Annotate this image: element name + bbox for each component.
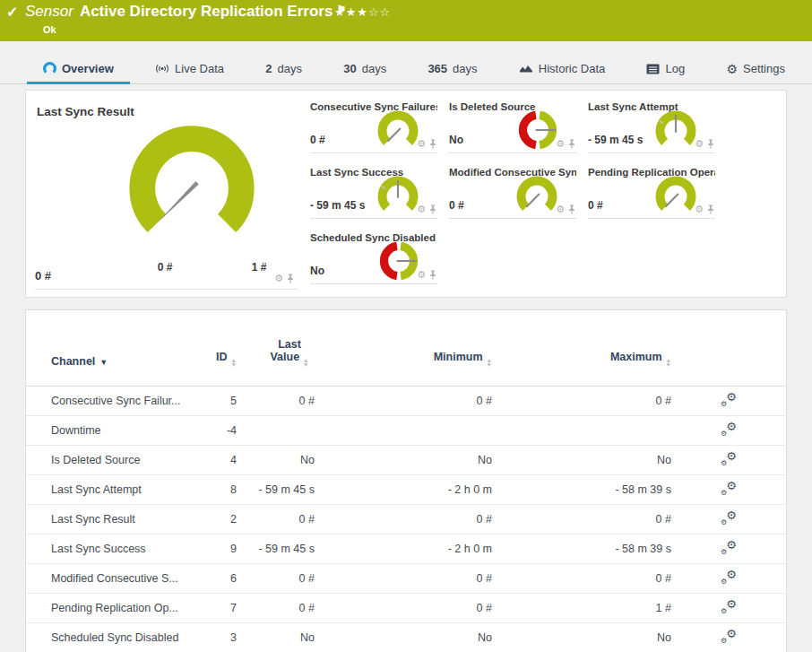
priority-stars[interactable]: ★★★☆☆ bbox=[334, 5, 391, 19]
gauge-settings-gear-icon[interactable]: ⚙ bbox=[417, 270, 426, 280]
gauge-cell-modified-consecutive-sync-failures: Modified Consecutive Sync F... 0 # ⚙ bbox=[449, 167, 576, 219]
channel-settings-gears-icon[interactable]: ⚙⚙ bbox=[721, 451, 737, 465]
tab-365-days[interactable]: 365 days bbox=[424, 54, 480, 83]
small-gauge bbox=[376, 174, 420, 219]
tab-2-days[interactable]: 2 days bbox=[262, 54, 306, 83]
gauge-value: No bbox=[310, 265, 324, 277]
channel-settings-gears-icon[interactable]: ⚙⚙ bbox=[721, 629, 737, 643]
column-header-maximum[interactable]: Maximum▲▼ bbox=[492, 310, 671, 386]
table-row[interactable]: Pending Replication Op... 7 0 # 0 # 1 # … bbox=[26, 593, 786, 622]
channel-settings-gears-icon[interactable]: ⚙⚙ bbox=[721, 540, 737, 554]
channel-id: 5 bbox=[196, 386, 237, 415]
channel-last-value: No bbox=[237, 622, 315, 652]
gauge-value: 0 # bbox=[35, 269, 51, 283]
channel-name[interactable]: Modified Consecutive S... bbox=[26, 563, 196, 593]
table-row[interactable]: Last Sync Success 9 - 59 m 45 s - 2 h 0 … bbox=[26, 534, 786, 563]
gauge-settings-gear-icon[interactable]: ⚙ bbox=[695, 204, 704, 214]
tab-live-data[interactable]: Live Data bbox=[151, 54, 228, 83]
pin-icon[interactable] bbox=[706, 139, 715, 149]
table-row[interactable]: Last Sync Attempt 8 - 59 m 45 s - 2 h 0 … bbox=[26, 474, 786, 504]
channel-minimum: 0 # bbox=[315, 386, 492, 415]
column-header-minimum[interactable]: Minimum▲▼ bbox=[315, 310, 492, 386]
channel-settings-gears-icon[interactable]: ⚙⚙ bbox=[721, 481, 737, 495]
channel-settings-gears-icon[interactable]: ⚙⚙ bbox=[721, 392, 737, 406]
channel-name[interactable]: Scheduled Sync Disabled bbox=[26, 622, 196, 652]
column-header-last-value[interactable]: Last Value▲▼ bbox=[237, 310, 315, 386]
pin-icon[interactable] bbox=[567, 204, 576, 214]
table-row[interactable]: Downtime -4 ⚙⚙ bbox=[26, 415, 786, 445]
tab-number: 30 bbox=[343, 62, 356, 75]
tab-historic-data[interactable]: Historic Data bbox=[515, 54, 609, 83]
column-label: Minimum bbox=[434, 351, 483, 363]
column-header-actions bbox=[671, 310, 786, 386]
pin-icon[interactable] bbox=[428, 270, 437, 280]
channel-settings-gears-icon[interactable]: ⚙⚙ bbox=[721, 422, 737, 436]
tab-settings[interactable]: ⚙ Settings bbox=[722, 54, 789, 83]
column-label: Maximum bbox=[610, 351, 662, 363]
channel-last-value bbox=[237, 415, 315, 445]
small-gauge bbox=[653, 174, 698, 219]
gauge-settings-gear-icon[interactable]: ⚙ bbox=[556, 139, 565, 149]
channel-minimum: 0 # bbox=[315, 563, 492, 593]
gauge-cell-pending-replication-operations: Pending Replication Operatio... 0 # ⚙ bbox=[588, 167, 715, 219]
gauge-cell-is-deleted-source: Is Deleted Source No ⚙ bbox=[449, 101, 576, 153]
channel-id: 4 bbox=[196, 445, 237, 474]
log-list-icon bbox=[646, 64, 660, 74]
channel-maximum: - 58 m 39 s bbox=[492, 534, 671, 563]
table-row[interactable]: Last Sync Result 2 0 # 0 # 0 # ⚙⚙ bbox=[26, 504, 786, 534]
column-label: ID bbox=[216, 351, 228, 363]
column-header-id[interactable]: ID▲▼ bbox=[196, 310, 237, 386]
gauge-value: 0 # bbox=[588, 199, 603, 212]
channel-settings-gears-icon[interactable]: ⚙⚙ bbox=[721, 599, 737, 613]
channel-minimum bbox=[315, 415, 492, 445]
pin-icon[interactable] bbox=[428, 139, 437, 149]
channel-name[interactable]: Consecutive Sync Failur... bbox=[26, 386, 196, 415]
page-title: Active Directory Replication Errors bbox=[80, 3, 333, 20]
gauge-value: No bbox=[449, 134, 463, 146]
gauge-settings-gear-icon[interactable]: ⚙ bbox=[417, 139, 426, 149]
channel-settings-gears-icon[interactable]: ⚙⚙ bbox=[721, 569, 737, 584]
channels-table: Channel▼ ID▲▼ Last Value▲▼ Minimum▲▼ Max… bbox=[26, 310, 786, 652]
table-row[interactable]: Modified Consecutive S... 6 0 # 0 # 0 # … bbox=[26, 563, 786, 593]
live-signal-icon bbox=[155, 63, 169, 74]
pin-icon[interactable] bbox=[567, 139, 576, 149]
tab-label: Log bbox=[665, 62, 685, 75]
column-header-channel[interactable]: Channel▼ bbox=[26, 310, 196, 386]
gauge-scale-max: 1 # bbox=[241, 261, 277, 274]
tab-overview[interactable]: Overview bbox=[39, 54, 117, 83]
channel-maximum: - 58 m 39 s bbox=[492, 474, 671, 504]
tab-label: days bbox=[453, 62, 477, 75]
tab-label: days bbox=[362, 62, 386, 75]
channel-maximum: No bbox=[492, 445, 671, 474]
channel-minimum: - 2 h 0 m bbox=[315, 474, 492, 504]
channel-name[interactable]: Is Deleted Source bbox=[26, 445, 196, 474]
tab-log[interactable]: Log bbox=[643, 54, 688, 83]
pin-icon[interactable] bbox=[706, 204, 715, 214]
tab-label: Historic Data bbox=[539, 62, 605, 75]
gauge-settings-gear-icon[interactable]: ⚙ bbox=[274, 274, 283, 283]
channel-name[interactable]: Last Sync Success bbox=[26, 534, 196, 563]
tab-30-days[interactable]: 30 days bbox=[340, 54, 390, 83]
channel-last-value: - 59 m 45 s bbox=[237, 474, 315, 504]
gauge-settings-gear-icon[interactable]: ⚙ bbox=[695, 139, 704, 149]
pin-icon[interactable] bbox=[286, 274, 295, 283]
channel-name[interactable]: Last Sync Attempt bbox=[26, 474, 196, 504]
small-gauge bbox=[653, 109, 698, 153]
settings-gear-icon: ⚙ bbox=[726, 63, 738, 75]
column-label: Last Value bbox=[270, 338, 300, 363]
table-row[interactable]: Scheduled Sync Disabled 3 No No No ⚙⚙ bbox=[26, 622, 786, 652]
channel-name[interactable]: Downtime bbox=[26, 415, 196, 445]
channel-id: 8 bbox=[196, 474, 237, 504]
gauge-cell-scheduled-sync-disabled: Scheduled Sync Disabled No ⚙ bbox=[310, 232, 437, 284]
sensor-header: ✓ SensorActive Directory Replication Err… bbox=[0, 0, 812, 41]
channel-name[interactable]: Last Sync Result bbox=[26, 504, 196, 534]
pin-icon[interactable] bbox=[428, 204, 437, 214]
channel-id: 9 bbox=[196, 534, 237, 563]
gauge-settings-gear-icon[interactable]: ⚙ bbox=[417, 204, 426, 214]
channel-settings-gears-icon[interactable]: ⚙⚙ bbox=[721, 510, 737, 525]
channel-name[interactable]: Pending Replication Op... bbox=[26, 593, 196, 622]
gauge-settings-gear-icon[interactable]: ⚙ bbox=[556, 204, 565, 214]
channel-maximum bbox=[492, 415, 671, 445]
table-row[interactable]: Is Deleted Source 4 No No No ⚙⚙ bbox=[26, 445, 786, 474]
table-row[interactable]: Consecutive Sync Failur... 5 0 # 0 # 0 #… bbox=[26, 386, 786, 415]
